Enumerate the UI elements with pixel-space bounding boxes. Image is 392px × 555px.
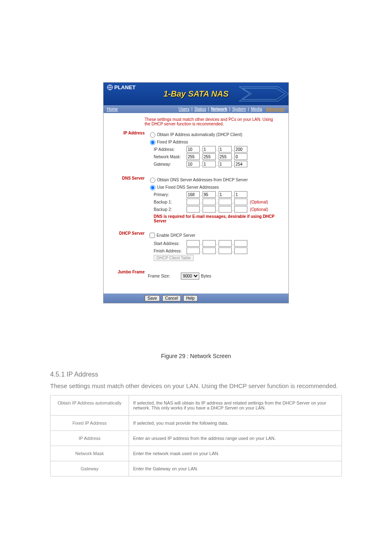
dns-fixed-label: Use Fixed DNS Server Addresses	[157, 185, 219, 190]
dns-p-3[interactable]	[219, 191, 232, 198]
panel-hint: These settings must match other devices …	[145, 117, 276, 126]
ip-address-label: IP Address:	[148, 147, 187, 152]
dns-dhcp-radio[interactable]	[150, 178, 155, 183]
dhcp-start-label: Start Address:	[148, 241, 187, 246]
jumbo-label: Frame Size:	[148, 274, 181, 278]
svg-marker-1	[239, 87, 288, 101]
section-heading: 4.5.1 IP Address	[50, 371, 342, 378]
cancel-button[interactable]: Cancel	[162, 295, 181, 301]
dns-b1-label: Backup 1:	[148, 200, 187, 204]
nav-home[interactable]: Home	[107, 107, 118, 111]
jumbo-section-label: Jumbo Frame	[108, 269, 148, 280]
cell-val: Enter the network mask used on your LAN.	[129, 446, 342, 461]
dns-b1-4[interactable]	[234, 199, 247, 205]
jumbo-select[interactable]: 9000	[181, 273, 199, 280]
cell-val: Enter the Gateway on your LAN.	[129, 461, 342, 476]
cell-val: Enter an unused IP address from the addr…	[129, 431, 342, 446]
cell-key: Obtain IP Address automatically	[51, 395, 129, 416]
dns-b2-4[interactable]	[234, 206, 247, 213]
ip-oct-1[interactable]	[187, 146, 200, 153]
nav-users[interactable]: Users	[179, 107, 189, 111]
dns-b2-2[interactable]	[203, 206, 216, 213]
dns-note: DNS is required for E-mail messages, des…	[154, 214, 284, 223]
ip-fixed-radio[interactable]	[150, 140, 155, 145]
dns-p-2[interactable]	[203, 191, 216, 198]
cell-key: Fixed IP Address	[51, 416, 129, 431]
cell-key: IP Address	[51, 431, 129, 446]
dhcp-s-3[interactable]	[219, 240, 232, 247]
dns-b1-2[interactable]	[203, 199, 216, 205]
ip-fixed-label: Fixed IP Address	[157, 140, 188, 144]
optional-2: (Optional)	[250, 207, 268, 212]
gw-oct-2[interactable]	[203, 161, 216, 167]
ip-oct-4[interactable]	[234, 146, 247, 153]
ip-section-label: IP Address	[108, 130, 148, 168]
cell-key: Network Mask	[51, 446, 129, 461]
cell-val: If selected, you must provide the follow…	[129, 416, 342, 431]
table-row: GatewayEnter the Gateway on your LAN.	[51, 461, 342, 476]
banner-arrow-graphic	[239, 83, 288, 105]
nav-media[interactable]: Media	[251, 107, 262, 111]
nav-system[interactable]: System	[232, 107, 246, 111]
dns-section-label: DNS Server	[108, 176, 148, 223]
optional-1: (Optional)	[250, 200, 268, 204]
jumbo-unit: Bytes	[201, 274, 211, 278]
dhcp-f-1[interactable]	[187, 247, 200, 254]
network-settings-screenshot: PLANET 1-Bay SATA NAS Home Users | Statu…	[103, 82, 289, 303]
dhcp-f-4[interactable]	[234, 247, 247, 254]
gateway-label: Gateway:	[148, 162, 187, 166]
settings-panel: These settings must match other devices …	[104, 113, 288, 294]
dhcp-s-4[interactable]	[234, 240, 247, 247]
dns-b2-label: Backup 2:	[148, 207, 187, 212]
nav-advanced[interactable]: Advanced	[266, 107, 284, 111]
globe-icon	[107, 84, 113, 90]
nav-network[interactable]: Network	[211, 107, 227, 111]
product-title: 1-Bay SATA NAS	[164, 89, 229, 99]
dns-b1-1[interactable]	[187, 199, 200, 205]
dns-b2-3[interactable]	[219, 206, 232, 213]
dns-p-4[interactable]	[234, 191, 247, 198]
dhcp-finish-label: Finish Address:	[148, 249, 187, 253]
nav-status[interactable]: Status	[194, 107, 206, 111]
dns-b1-3[interactable]	[219, 199, 232, 205]
section-intro: These settings must match other devices …	[50, 382, 342, 389]
figure-caption: Figure 29 : Network Screen	[0, 353, 392, 359]
dhcp-s-1[interactable]	[187, 240, 200, 247]
dhcp-s-2[interactable]	[203, 240, 216, 247]
mask-oct-4[interactable]	[234, 153, 247, 160]
dns-primary-label: Primary:	[148, 192, 187, 197]
dhcp-f-2[interactable]	[203, 247, 216, 254]
dhcp-section-label: DHCP Server	[108, 231, 148, 262]
gw-oct-1[interactable]	[187, 161, 200, 167]
dns-b2-1[interactable]	[187, 206, 200, 213]
mask-oct-3[interactable]	[219, 153, 232, 160]
dhcp-enable-checkbox[interactable]	[150, 233, 155, 238]
dns-fixed-radio[interactable]	[150, 185, 155, 190]
ip-oct-2[interactable]	[203, 146, 216, 153]
table-row: Obtain IP Address automaticallyIf select…	[51, 395, 342, 416]
save-button[interactable]: Save	[145, 295, 160, 301]
brand-text: PLANET	[114, 84, 136, 90]
table-row: Fixed IP AddressIf selected, you must pr…	[51, 416, 342, 431]
button-bar: Save Cancel Help	[104, 294, 288, 303]
cell-key: Gateway	[51, 461, 129, 476]
brand-logo: PLANET	[107, 84, 136, 90]
mask-label: Network Mask:	[148, 155, 187, 159]
settings-table: Obtain IP Address automaticallyIf select…	[50, 395, 342, 476]
gw-oct-3[interactable]	[219, 161, 232, 167]
table-row: Network MaskEnter the network mask used …	[51, 446, 342, 461]
mask-oct-2[interactable]	[203, 153, 216, 160]
dhcp-f-3[interactable]	[219, 247, 232, 254]
mask-oct-1[interactable]	[187, 153, 200, 160]
banner: PLANET 1-Bay SATA NAS	[104, 83, 288, 105]
dhcp-enable-label: Enable DHCP Server	[157, 233, 195, 238]
ip-oct-3[interactable]	[219, 146, 232, 153]
dns-p-1[interactable]	[187, 191, 200, 198]
gw-oct-4[interactable]	[234, 161, 247, 167]
help-button[interactable]: Help	[183, 295, 198, 301]
nav-bar: Home Users | Status | Network | System |…	[104, 105, 288, 113]
dns-dhcp-label: Obtain DNS Server Addresses from DHCP Se…	[157, 178, 248, 182]
ip-dhcp-radio[interactable]	[150, 132, 155, 138]
dhcp-client-table-button[interactable]: DHCP Client Table	[154, 255, 194, 261]
cell-val: If selected, the NAS will obtain its IP …	[129, 395, 342, 416]
